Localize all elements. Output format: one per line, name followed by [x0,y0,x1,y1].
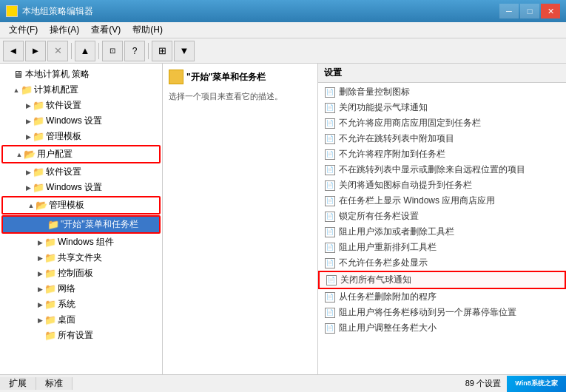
setting-label-11: 不允许任务栏多处显示 [339,257,428,269]
setting-label-6: 关闭将通知图标自动提升到任务栏 [339,179,472,192]
setting-item-4[interactable]: 📄 不允许将程序附加到任务栏 [318,146,566,162]
back-button[interactable]: ◄ [3,41,24,61]
tree-windows-comp[interactable]: ▶ 📁 Windows 组件 [0,234,162,250]
policy-icon-1: 📄 [324,102,336,114]
expand-root [0,69,12,81]
tree-user-windows[interactable]: ▶ 📁 Windows 设置 [0,180,162,195]
tree-control-panel[interactable]: ▶ 📁 控制面板 [0,266,162,281]
setting-label-7: 在任务栏上显示 Windows 应用商店应用 [339,195,495,207]
win8-watermark: Win8系统之家 [507,376,566,392]
all-settings-label: 所有设置 [58,329,93,342]
filter-button[interactable]: ▼ [174,41,195,61]
folder-icon-start: 📁 [47,219,59,231]
tree-computer-config[interactable]: ▲ 📁 计算机配置 [0,82,162,98]
expand-control: ▶ [36,268,44,280]
system-label: 系统 [58,298,75,311]
policy-icon-7: 📄 [324,195,336,207]
expand-computer: ▲ [12,84,21,96]
tree-windows-settings[interactable]: ▶ 📁 Windows 设置 [0,113,162,129]
software-settings-label: 软件设置 [46,99,81,112]
tree-system[interactable]: ▶ 📁 系统 [0,297,162,312]
close-button[interactable]: ✕ [541,4,560,18]
menu-action[interactable]: 操作(A) [44,22,85,38]
properties-button[interactable]: ⊡ [102,41,123,61]
admin-templates-label: 管理模板 [46,130,81,143]
tree-network[interactable]: ▶ 📁 网络 [0,281,162,297]
tree-desktop[interactable]: ▶ 📁 桌面 [0,312,162,328]
toolbar-separator-2 [98,43,99,59]
settings-list: 📄 删除音量控制图标 📄 关闭功能提示气球通知 📄 不允许将应用商店应用固定到任… [318,83,566,337]
help-button[interactable]: ? [124,41,145,61]
tab-standard[interactable]: 标准 [36,377,73,390]
setting-item-8[interactable]: 📄 锁定所有任务栏设置 [318,209,566,224]
setting-label-8: 锁定所有任务栏设置 [339,210,419,223]
setting-item-10[interactable]: 📄 阻止用户重新排列工具栏 [318,240,566,255]
setting-item-3[interactable]: 📄 不允许在跳转列表中附加项目 [318,131,566,146]
policy-icon-5: 📄 [324,164,336,176]
setting-item-13[interactable]: 📄 从任务栏删除附加的程序 [318,289,566,305]
up-button[interactable]: ▲ [75,41,95,61]
network-label: 网络 [58,283,75,295]
setting-item-12[interactable]: 📄 关闭所有气球通知 [318,271,566,289]
setting-item-2[interactable]: 📄 不允许将应用商店应用固定到任务栏 [318,115,566,131]
setting-item-9[interactable]: 📄 阻止用户添加或者删除工具栏 [318,224,566,240]
bottom-bar: 扩展 标准 89 个设置 Win8系统之家 [0,374,566,392]
app-icon [6,5,18,17]
desktop-label: 桌面 [58,314,75,326]
setting-label-13: 从任务栏删除附加的程序 [339,291,437,303]
setting-label-10: 阻止用户重新排列工具栏 [339,241,437,254]
policy-icon-6: 📄 [324,180,336,192]
tree-shared-folder[interactable]: ▶ 📁 共享文件夹 [0,250,162,266]
tree-all-settings[interactable]: 📁 所有设置 [0,328,162,343]
policy-icon-9: 📄 [324,226,336,238]
menu-file[interactable]: 文件(F) [3,22,44,38]
tree-user-config[interactable]: ▲ 📂 用户配置 [1,145,161,163]
tree-software-settings[interactable]: ▶ 📁 软件设置 [0,98,162,113]
folder-icon-control: 📁 [44,268,56,280]
expand-network: ▶ [36,283,44,295]
desc-title: "开始"菜单和任务栏 [186,71,266,84]
minimize-button[interactable]: ─ [499,4,519,18]
policy-icon-0: 📄 [324,87,336,98]
status-count: 89 个设置 [459,378,507,389]
setting-item-5[interactable]: 📄 不在跳转列表中显示或删除来自远程位置的项目 [318,162,566,178]
setting-item-0[interactable]: 📄 删除音量控制图标 [318,84,566,100]
policy-icon-3: 📄 [324,133,336,145]
tree-start-menu[interactable]: 📁 "开始"菜单和任务栏 [1,215,161,234]
maximize-button[interactable]: □ [520,4,539,18]
menu-view[interactable]: 查看(V) [85,22,127,38]
expand-start [38,219,47,231]
setting-item-7[interactable]: 📄 在任务栏上显示 Windows 应用商店应用 [318,193,566,209]
policy-icon-11: 📄 [324,257,336,269]
main-content: 🖥 本地计算机 策略 ▲ 📁 计算机配置 ▶ 📁 软件设置 ▶ 📁 Window… [0,64,566,374]
policy-icon-10: 📄 [324,242,336,254]
expand-admin: ▶ [24,131,33,143]
folder-icon-computer: 📁 [21,84,33,96]
policy-icon-15: 📄 [324,322,336,334]
tab-expand[interactable]: 扩展 [0,377,36,390]
tree-user-admin[interactable]: ▲ 📂 管理模板 [1,196,161,214]
folder-icon-user-admin: 📂 [36,200,47,212]
title-controls: ─ □ ✕ [499,4,560,18]
tree-root[interactable]: 🖥 本地计算机 策略 [0,67,162,82]
tree-user-software[interactable]: ▶ 📁 软件设置 [0,164,162,180]
folder-icon-desktop: 📁 [44,314,56,326]
stop-button[interactable]: ✕ [47,41,68,61]
menu-bar: 文件(F) 操作(A) 查看(V) 帮助(H) [0,22,566,38]
expand-user-admin: ▲ [27,200,36,212]
title-bar: 本地组策略编辑器 ─ □ ✕ [0,0,566,22]
setting-item-6[interactable]: 📄 关闭将通知图标自动提升到任务栏 [318,178,566,193]
menu-help[interactable]: 帮助(H) [127,22,169,38]
expand-software: ▶ [24,100,33,112]
folder-icon-windows: 📁 [33,115,44,127]
grid-button[interactable]: ⊞ [152,41,172,61]
setting-item-1[interactable]: 📄 关闭功能提示气球通知 [318,100,566,115]
setting-item-14[interactable]: 📄 阻止用户将任务栏移动到另一个屏幕停靠位置 [318,305,566,320]
forward-button[interactable]: ► [25,41,46,61]
tree-admin-templates[interactable]: ▶ 📁 管理模板 [0,129,162,144]
expand-user-windows: ▶ [24,182,33,194]
settings-panel: 设置 📄 删除音量控制图标 📄 关闭功能提示气球通知 📄 不允许将应用商店应用固… [318,64,566,374]
setting-item-15[interactable]: 📄 阻止用户调整任务栏大小 [318,320,566,336]
desc-header: "开始"菜单和任务栏 [169,70,311,84]
setting-item-11[interactable]: 📄 不允许任务栏多处显示 [318,255,566,271]
